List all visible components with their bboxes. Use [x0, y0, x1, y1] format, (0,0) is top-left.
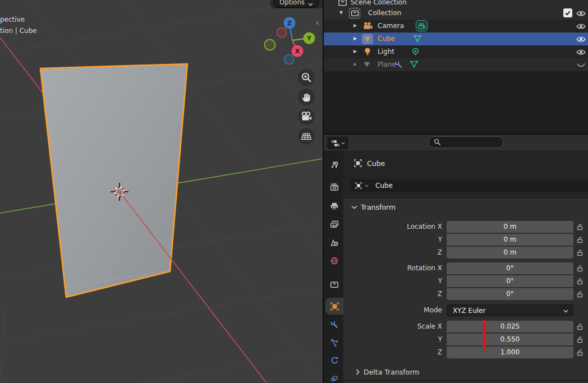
chevron-down-icon — [341, 142, 345, 145]
outliner-row-collection[interactable]: ▼ Collection — [324, 7, 588, 20]
cube-object[interactable] — [40, 64, 187, 297]
orthographic-toggle-button[interactable] — [298, 128, 315, 145]
field-label: Rotation X — [344, 262, 442, 274]
panel-expand-chevron-icon[interactable] — [351, 205, 357, 209]
location-z-field[interactable]: 0 m — [447, 247, 573, 259]
object-icon — [355, 182, 362, 190]
rotation-x-field[interactable]: 0° — [447, 262, 573, 274]
collection-checkbox[interactable] — [563, 8, 572, 17]
tab-output[interactable] — [325, 198, 343, 215]
blender-window: Options pective tion | Cube Z Y X ‹ — [0, 0, 588, 383]
magnifier-plus-icon — [300, 71, 313, 84]
outliner-row-camera[interactable]: ▶ Camera — [324, 20, 588, 33]
field-label: Location X — [344, 221, 442, 233]
properties-search[interactable] — [429, 136, 503, 148]
camera-view-button[interactable] — [298, 108, 315, 125]
lock-open-icon[interactable] — [576, 264, 584, 273]
eye-icon[interactable] — [576, 10, 586, 17]
outliner-row-light[interactable]: ▶ Light — [324, 45, 588, 58]
modifier-wrench-icon[interactable] — [394, 61, 403, 69]
rotation-mode-dropdown[interactable]: XYZ Euler — [447, 304, 573, 316]
lock-open-icon[interactable] — [576, 248, 584, 257]
scale-z-field[interactable]: 1.000 — [447, 347, 573, 358]
hand-icon — [301, 91, 312, 103]
outliner-label: Light — [378, 48, 394, 56]
mesh-object-icon — [363, 61, 371, 68]
delta-transform-header[interactable]: Delta Transform — [364, 368, 420, 376]
disclosure-triangle-icon[interactable]: ▶ — [353, 62, 357, 67]
outliner-label: Plane — [378, 61, 396, 68]
breadcrumb: Cube — [367, 159, 385, 168]
camera-data-icon[interactable] — [416, 20, 428, 31]
chevron-down-icon — [563, 310, 568, 313]
tab-scene[interactable] — [325, 234, 343, 251]
viewport-3d[interactable]: Options pective tion | Cube Z Y X ‹ — [0, 0, 323, 383]
tab-render[interactable] — [325, 179, 343, 196]
location-x-field[interactable]: 0 m — [447, 221, 573, 233]
field-label: Scale X — [344, 321, 442, 333]
tab-view-layer[interactable] — [325, 216, 343, 233]
zoom-button[interactable] — [298, 69, 315, 86]
options-button[interactable]: Options — [274, 0, 319, 8]
editor-type-button[interactable] — [327, 137, 348, 149]
camera-object-icon — [363, 22, 373, 30]
lock-open-icon[interactable] — [576, 223, 584, 231]
lock-open-icon[interactable] — [576, 236, 584, 244]
field-label: Z — [344, 288, 442, 300]
tab-particles[interactable] — [325, 334, 343, 351]
rotation-z-field[interactable]: 0° — [447, 288, 573, 300]
navigation-gizmo[interactable]: Z Y X — [261, 14, 323, 69]
tab-object[interactable] — [325, 298, 343, 315]
gizmo-minus-x-ball[interactable] — [277, 28, 287, 38]
rotation-y-field[interactable]: 0° — [447, 275, 573, 287]
outliner-row-plane[interactable]: ▶ Plane — [324, 58, 588, 71]
outliner-label: Cube — [378, 35, 395, 43]
tab-tool[interactable] — [325, 156, 343, 173]
field-label: Z — [344, 247, 442, 259]
outliner-label: Scene Collection — [351, 0, 407, 6]
properties-tab-strip — [324, 151, 343, 383]
gizmo-x-label: X — [295, 48, 300, 55]
pan-button[interactable] — [298, 89, 315, 105]
tab-world[interactable] — [325, 252, 343, 269]
sidebar-toggle-chevron[interactable]: ‹ — [316, 19, 319, 27]
lock-open-icon[interactable] — [576, 277, 584, 285]
mesh-data-icon[interactable] — [412, 34, 422, 43]
light-data-icon[interactable] — [411, 47, 420, 57]
lock-open-icon[interactable] — [576, 290, 584, 298]
mesh-object-icon — [362, 34, 373, 44]
viewport-overlay-line1: pective — [0, 16, 25, 24]
gizmo-minus-z-ball[interactable] — [284, 55, 294, 64]
outliner: Scene Collection ▼ Collection ▶ — [324, 0, 588, 133]
disclosure-triangle-icon[interactable]: ▶ — [353, 23, 357, 28]
outliner-row-cube[interactable]: ▶ Cube — [324, 33, 588, 45]
tab-physics[interactable] — [325, 370, 343, 383]
search-input[interactable] — [444, 139, 500, 146]
tab-modifiers[interactable] — [325, 316, 343, 333]
eye-closed-icon[interactable] — [576, 63, 586, 68]
disclosure-triangle-icon[interactable]: ▶ — [353, 49, 357, 54]
eye-icon[interactable] — [576, 49, 586, 56]
lock-open-icon[interactable] — [576, 348, 584, 357]
disclosure-triangle-icon[interactable]: ▶ — [353, 36, 357, 41]
lock-open-icon[interactable] — [576, 322, 584, 331]
tab-collection[interactable] — [325, 276, 343, 293]
tab-constraints[interactable] — [325, 352, 343, 369]
eye-icon[interactable] — [576, 36, 586, 43]
scale-y-field[interactable]: 0.550 — [447, 334, 573, 345]
disclosure-triangle-icon[interactable]: ▼ — [339, 10, 343, 15]
object-name: Cube — [375, 182, 393, 190]
field-label: Y — [344, 275, 442, 287]
eye-icon[interactable] — [576, 23, 586, 30]
mesh-data-icon[interactable] — [409, 60, 419, 68]
location-y-field[interactable]: 0 m — [447, 234, 573, 246]
gizmo-minus-y-ball[interactable] — [265, 40, 275, 50]
scale-x-field[interactable]: 0.025 — [447, 321, 573, 333]
panel-title: Transform — [361, 203, 396, 211]
scene-collection-icon — [338, 0, 347, 7]
object-icon — [353, 159, 362, 168]
object-name-field[interactable]: Cube — [351, 179, 588, 192]
panel-collapsed-chevron-icon[interactable] — [356, 369, 360, 375]
lock-open-icon[interactable] — [576, 335, 584, 344]
properties-editor-icon — [331, 139, 340, 147]
